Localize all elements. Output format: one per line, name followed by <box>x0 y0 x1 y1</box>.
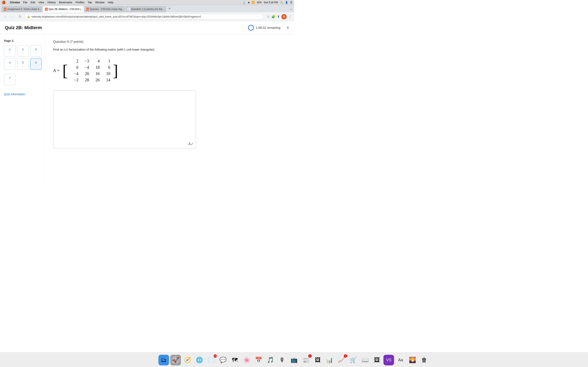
question-points-val: (7 points) <box>70 40 84 43</box>
tab-1-favicon: D2L <box>4 8 7 11</box>
mc-0-3: 1 <box>101 58 111 64</box>
bluetooth-icon: ◈ <box>248 1 250 4</box>
mc-2-0: −4 <box>69 71 79 77</box>
mc-0-1: −3 <box>80 58 90 64</box>
tab-1[interactable]: D2L Assignment 2: Solve Linear A... × <box>2 6 43 12</box>
tab-4[interactable]: G Question 1 (2 points) Are the... × <box>125 6 166 12</box>
question-text: Find an LU factorization of the followin… <box>53 47 286 52</box>
answer-textarea[interactable] <box>53 91 196 148</box>
forward-button[interactable]: › <box>10 14 16 20</box>
list-icon[interactable]: ☰ <box>290 1 292 4</box>
q-status-3: -- <box>35 52 36 54</box>
q-status-1: -- <box>9 52 10 54</box>
tab-2[interactable]: D2L Quiz 2B: Midterm - CSC310 L... × <box>43 6 84 12</box>
address-bar: ‹ › ↻ 🔒 nationalu.brightspace.com/d2l/lm… <box>0 12 294 21</box>
question-btn-6[interactable]: 6 -- <box>30 58 42 70</box>
matrix-right-bracket: ] <box>113 62 118 79</box>
q-status-2: -- <box>22 52 24 54</box>
mc-0-0: 2 <box>69 58 79 64</box>
reload-button[interactable]: ↻ <box>17 14 23 20</box>
timer-section: 1:58:32 remaining × <box>248 25 289 31</box>
q-status-6: -- <box>35 65 36 67</box>
quiz-info-link[interactable]: Quiz Information <box>4 92 25 96</box>
user-icon[interactable]: 👤 <box>285 1 288 4</box>
question-btn-4[interactable]: 4 -- <box>4 58 16 70</box>
matrix-container: A = [ 2 −3 4 1 6 −4 18 6 −4 26 16 10 −2 <box>53 57 286 84</box>
battery-text: 42% <box>257 1 262 4</box>
menu-bar: 🍎 Chrome File Edit View History Bookmark… <box>0 0 294 5</box>
timer-text: 1:58:32 remaining <box>256 26 280 29</box>
mc-2-1: 26 <box>80 71 90 77</box>
answer-box: A✓ <box>53 90 196 149</box>
quiz-header: Quiz 2B: Midterm 1:58:32 remaining × <box>0 21 294 34</box>
menu-tab[interactable]: Tab <box>86 1 94 4</box>
extension-icon[interactable]: 🧩 <box>271 15 276 18</box>
question-area: Question 6 (7 points) Find an LU factori… <box>45 34 294 184</box>
mc-1-3: 6 <box>101 64 111 70</box>
bookmark-star-icon[interactable]: ☆ <box>267 15 270 18</box>
question-grid: 1 -- 2 -- 3 -- 4 -- 5 -- 6 -- <box>4 45 41 70</box>
menu-file[interactable]: File <box>21 1 29 4</box>
matrix-wrapper: [ 2 −3 4 1 6 −4 18 6 −4 26 16 10 −2 28 <box>62 57 118 84</box>
menu-edit[interactable]: Edit <box>29 1 37 4</box>
airplay-icon: 📡 <box>243 1 246 4</box>
tab-3-label: Quizzes - CSC310 Linear Alg... <box>90 8 124 11</box>
menu-chrome[interactable]: Chrome <box>8 1 21 4</box>
q-num-3: 3 <box>35 48 37 51</box>
menu-bar-right: 📡 ◈ 📶 42% Sun 5:18 PM 🔍 👤 ☰ <box>243 1 292 4</box>
question-btn-5[interactable]: 5 -- <box>17 58 29 70</box>
mc-2-2: 16 <box>91 71 100 77</box>
quiz-title: Quiz 2B: Midterm <box>5 25 248 30</box>
wifi-icon: 📶 <box>252 1 255 4</box>
q-num-6: 6 <box>35 61 37 64</box>
address-right: ☆ 🧩 ⬇ R ⋮ <box>267 14 292 19</box>
new-tab-button[interactable]: + <box>167 6 172 11</box>
tab-2-favicon: D2L <box>45 8 48 11</box>
menu-help[interactable]: Help <box>106 1 115 4</box>
address-field[interactable]: 🔒 nationalu.brightspace.com/d2l/lms/quiz… <box>25 14 264 20</box>
timer-circle-icon <box>248 25 254 31</box>
matrix-cells: 2 −3 4 1 6 −4 18 6 −4 26 16 10 −2 28 26 … <box>68 57 113 84</box>
matrix-left-bracket: [ <box>62 62 68 79</box>
mc-0-2: 4 <box>91 58 100 64</box>
profile-avatar[interactable]: R <box>281 14 287 19</box>
sidebar: Page 1: 1 -- 2 -- 3 -- 4 -- 5 -- <box>0 34 45 184</box>
menu-history[interactable]: History <box>46 1 57 4</box>
question-btn-7[interactable]: 7 -- <box>4 74 16 85</box>
q-status-7: -- <box>9 80 10 83</box>
tab-4-close[interactable]: × <box>166 8 166 10</box>
apple-menu[interactable]: 🍎 <box>2 0 6 4</box>
mc-3-0: −2 <box>69 77 79 83</box>
search-icon[interactable]: 🔍 <box>280 1 283 4</box>
q-num-1: 1 <box>9 48 11 51</box>
tab-4-favicon: G <box>127 8 130 11</box>
question-number: Question 6 <box>53 40 69 43</box>
question-btn-1[interactable]: 1 -- <box>4 45 16 57</box>
mc-3-3: 14 <box>101 77 111 83</box>
question-btn-3[interactable]: 3 -- <box>30 45 42 57</box>
back-button[interactable]: ‹ <box>2 14 8 20</box>
mc-3-1: 28 <box>80 77 90 83</box>
menu-profiles[interactable]: Profiles <box>74 1 86 4</box>
question-btn-2[interactable]: 2 -- <box>17 45 29 57</box>
tab-3[interactable]: D2L Quizzes - CSC310 Linear Alg... × <box>84 6 125 12</box>
tab-4-label: Question 1 (2 points) Are the... <box>131 8 164 11</box>
matrix-label: A = <box>53 68 60 73</box>
menu-bookmarks[interactable]: Bookmarks <box>57 1 74 4</box>
download-icon[interactable]: ⬇ <box>277 15 280 18</box>
menu-view[interactable]: View <box>37 1 46 4</box>
question-header: Question 6 (7 points) <box>53 40 286 44</box>
tab-bar: D2L Assignment 2: Solve Linear A... × D2… <box>0 5 294 12</box>
q-num-5: 5 <box>22 61 24 64</box>
question-grid-row2: 7 -- <box>4 74 41 85</box>
tab-expand-button[interactable]: ⌄ <box>290 7 292 11</box>
page-label: Page 1: <box>4 39 41 42</box>
spellcheck-icon: A✓ <box>188 142 194 146</box>
lock-icon: 🔒 <box>27 15 30 18</box>
close-quiz-button[interactable]: × <box>286 25 289 30</box>
menu-dots-icon[interactable]: ⋮ <box>288 15 292 18</box>
menu-window[interactable]: Window <box>94 1 106 4</box>
tab-3-favicon: D2L <box>86 8 89 11</box>
tab-2-label: Quiz 2B: Midterm - CSC310 L... <box>49 8 83 11</box>
mc-1-2: 18 <box>91 64 100 70</box>
